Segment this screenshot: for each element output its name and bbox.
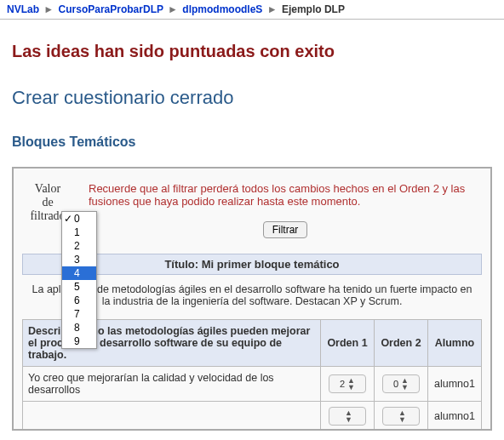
- success-notice: Las ideas han sido puntuadas con exito: [12, 42, 492, 61]
- table-row: ▲▼▲▼alumno1: [23, 402, 482, 431]
- answer-cell: Yo creo que mejorarían la calidad y velo…: [23, 367, 321, 402]
- breadcrumb-sep: ►: [267, 3, 278, 15]
- orden2-select[interactable]: ▲▼: [382, 407, 420, 426]
- orden2-cell: 0▲▼: [375, 367, 428, 402]
- stepper-caret-icon: ▲▼: [345, 409, 352, 423]
- alumno-cell: alumno1: [428, 402, 482, 431]
- filter-label-line1: Valor: [22, 182, 73, 196]
- main-panel: Valor de filtrado 0123456789 Recuerde qu…: [12, 167, 492, 431]
- filter-label-line2: de: [22, 196, 73, 209]
- heading-crear: Crear cuestionario cerrado: [12, 87, 492, 109]
- stepper-caret-icon: ▲▼: [347, 377, 355, 391]
- orden1-select[interactable]: ▲▼: [329, 407, 366, 426]
- orden1-select[interactable]: 2▲▼: [329, 374, 366, 393]
- col-orden2: Orden 2: [375, 320, 428, 367]
- alumno-cell: alumno1: [428, 367, 482, 402]
- table-row: Yo creo que mejorarían la calidad y velo…: [23, 367, 482, 402]
- filter-warning: Recuerde que al filtrar perderá todos lo…: [89, 182, 482, 208]
- breadcrumb-item-3: Ejemplo DLP: [282, 3, 345, 15]
- orden2-cell: ▲▼: [375, 402, 428, 431]
- dropdown-option-2[interactable]: 2: [62, 239, 96, 253]
- heading-bloques: Bloques Temáticos: [12, 134, 492, 150]
- orden2-select[interactable]: 0▲▼: [382, 374, 420, 393]
- stepper-caret-icon: ▲▼: [401, 377, 409, 391]
- dropdown-option-5[interactable]: 5: [62, 280, 96, 294]
- dropdown-option-0[interactable]: 0: [62, 212, 96, 226]
- dropdown-option-7[interactable]: 7: [62, 307, 96, 321]
- col-orden1: Orden 1: [321, 320, 375, 367]
- answer-cell: [23, 402, 321, 431]
- col-alumno: Alumno: [428, 320, 482, 367]
- dropdown-option-3[interactable]: 3: [62, 253, 96, 266]
- breadcrumb-item-2[interactable]: dlpmodmoodleS: [182, 3, 262, 15]
- dropdown-option-6[interactable]: 6: [62, 294, 96, 307]
- dropdown-option-8[interactable]: 8: [62, 321, 96, 334]
- block-title: Mi primer bloque temático: [202, 258, 340, 271]
- stepper-caret-icon: ▲▼: [398, 409, 406, 423]
- orden1-cell: ▲▼: [321, 402, 375, 431]
- breadcrumb-item-1[interactable]: CursoParaProbarDLP: [59, 3, 163, 15]
- dropdown-option-4[interactable]: 4: [62, 266, 96, 280]
- orden1-cell: 2▲▼: [321, 367, 375, 402]
- dropdown-option-1[interactable]: 1: [62, 226, 96, 239]
- dropdown-option-9[interactable]: 9: [62, 334, 96, 348]
- breadcrumb-sep: ►: [168, 3, 178, 15]
- block-title-prefix: Título:: [164, 258, 201, 271]
- breadcrumb: NVLab ► CursoParaProbarDLP ► dlpmodmoodl…: [0, 0, 504, 20]
- breadcrumb-item-0[interactable]: NVLab: [7, 3, 39, 15]
- filter-button[interactable]: Filtrar: [263, 221, 308, 238]
- breadcrumb-sep: ►: [43, 3, 54, 15]
- filter-value-dropdown[interactable]: 0123456789: [61, 211, 97, 349]
